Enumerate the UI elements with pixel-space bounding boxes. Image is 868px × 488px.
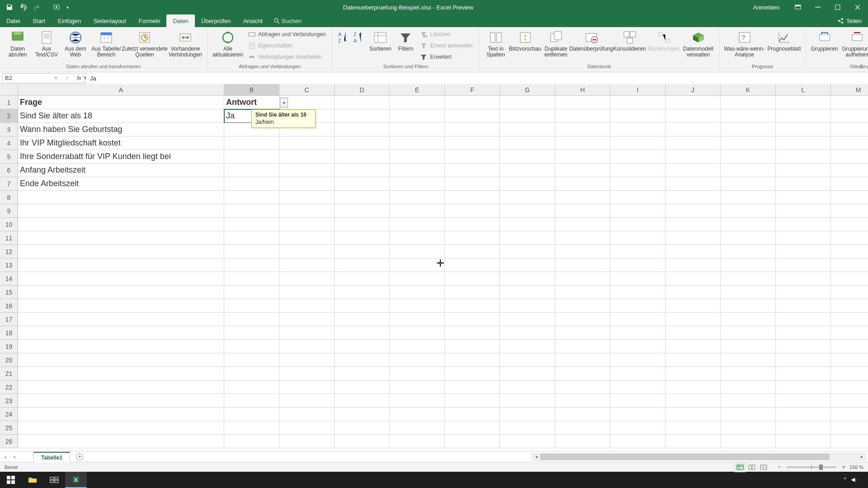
sheet-nav-prev-icon[interactable]: ▸	[10, 451, 20, 462]
cell[interactable]	[555, 394, 610, 408]
row-header[interactable]: 18	[0, 326, 18, 340]
column-header-G[interactable]: G	[500, 84, 555, 96]
cell[interactable]	[665, 394, 721, 408]
row-header[interactable]: 4	[0, 136, 18, 150]
cell[interactable]	[776, 408, 831, 421]
cell[interactable]	[665, 408, 721, 421]
cell[interactable]	[555, 258, 610, 272]
cell[interactable]	[335, 218, 390, 231]
cell[interactable]	[610, 136, 665, 150]
row-header[interactable]: 14	[0, 272, 18, 286]
cell[interactable]	[224, 272, 279, 286]
cell[interactable]	[335, 204, 390, 218]
recent-sources-button[interactable]: Zuletzt verwendete Quellen	[123, 29, 166, 58]
cell[interactable]	[610, 177, 665, 191]
column-header-B[interactable]: B	[224, 84, 279, 96]
collapse-ribbon-icon[interactable]: ⋀	[857, 62, 865, 70]
cell[interactable]	[390, 326, 445, 340]
cell[interactable]	[610, 353, 665, 367]
cell[interactable]	[610, 435, 665, 448]
select-all-cell[interactable]	[0, 84, 18, 96]
cell[interactable]	[721, 96, 776, 109]
cell[interactable]	[665, 272, 721, 286]
cell[interactable]	[500, 299, 555, 313]
cell[interactable]	[500, 408, 555, 421]
cell[interactable]	[721, 164, 776, 177]
column-header-A[interactable]: A	[18, 84, 224, 96]
cell[interactable]	[390, 340, 445, 353]
cell[interactable]	[721, 353, 776, 367]
queries-connections-button[interactable]: Abfragen und Verbindungen	[245, 29, 328, 40]
file-explorer-icon[interactable]	[22, 472, 43, 488]
cell[interactable]	[500, 123, 555, 136]
cell[interactable]	[555, 367, 610, 380]
cell[interactable]	[335, 421, 390, 435]
cell[interactable]	[831, 367, 868, 380]
cell[interactable]	[610, 204, 665, 218]
cell[interactable]	[665, 326, 721, 340]
cell[interactable]	[279, 313, 335, 326]
row-header[interactable]: 5	[0, 150, 18, 164]
column-header-I[interactable]: I	[610, 84, 665, 96]
cell[interactable]	[390, 96, 445, 109]
data-validation-button[interactable]: Datenüberprüfung	[571, 29, 612, 52]
row-header[interactable]: 9	[0, 204, 18, 218]
ribbon-tab-einfügen[interactable]: Einfügen	[52, 14, 87, 27]
cell[interactable]: Ihre Sonderrabatt für VIP Kunden liegt b…	[18, 150, 224, 164]
cell[interactable]	[224, 394, 279, 408]
clear-filter-button[interactable]: Löschen	[417, 29, 475, 40]
cell[interactable]	[721, 408, 776, 421]
row-header[interactable]: 22	[0, 380, 18, 394]
cell[interactable]	[18, 340, 224, 353]
forecast-sheet-button[interactable]: Prognoseblatt	[767, 29, 802, 52]
cell[interactable]	[555, 286, 610, 299]
cell[interactable]	[500, 435, 555, 448]
cell[interactable]	[500, 204, 555, 218]
remove-duplicates-button[interactable]: Duplikate entfernen	[542, 29, 570, 58]
cell[interactable]	[721, 367, 776, 380]
cell[interactable]	[279, 164, 335, 177]
cell[interactable]	[279, 353, 335, 367]
row-header[interactable]: 24	[0, 408, 18, 421]
cell[interactable]	[776, 367, 831, 380]
cell[interactable]	[555, 136, 610, 150]
cell[interactable]	[555, 421, 610, 435]
row-header[interactable]: 19	[0, 340, 18, 353]
ribbon-tab-überprüfen[interactable]: Überprüfen	[195, 14, 237, 27]
cancel-formula-icon[interactable]: ✕	[52, 75, 60, 81]
cell[interactable]	[721, 435, 776, 448]
cell[interactable]	[555, 231, 610, 245]
cell[interactable]	[776, 340, 831, 353]
cell[interactable]	[500, 353, 555, 367]
row-header[interactable]: 26	[0, 435, 18, 448]
cell[interactable]	[831, 150, 868, 164]
cell[interactable]	[831, 191, 868, 204]
cell[interactable]	[18, 299, 224, 313]
column-header-L[interactable]: L	[776, 84, 831, 96]
cell[interactable]	[831, 286, 868, 299]
cell[interactable]	[665, 136, 721, 150]
cell[interactable]	[610, 272, 665, 286]
cell[interactable]	[831, 109, 868, 123]
cell[interactable]	[831, 421, 868, 435]
cell[interactable]	[18, 272, 224, 286]
cell[interactable]	[665, 245, 721, 258]
existing-connections-button[interactable]: Vorhandene Verbindungen	[167, 29, 203, 58]
cell[interactable]	[555, 380, 610, 394]
cell[interactable]	[390, 218, 445, 231]
tell-me-search[interactable]: Suchen	[269, 14, 306, 27]
cell[interactable]	[831, 136, 868, 150]
cell[interactable]	[224, 150, 279, 164]
cell[interactable]	[665, 177, 721, 191]
row-header[interactable]: 8	[0, 191, 18, 204]
cell[interactable]	[721, 286, 776, 299]
cell[interactable]	[555, 96, 610, 109]
cell[interactable]	[776, 96, 831, 109]
cell[interactable]	[555, 408, 610, 421]
cell[interactable]	[500, 367, 555, 380]
cell[interactable]	[721, 177, 776, 191]
cell[interactable]	[610, 408, 665, 421]
new-sheet-button[interactable]: +	[74, 451, 85, 462]
cell[interactable]	[721, 123, 776, 136]
cell[interactable]	[445, 191, 500, 204]
